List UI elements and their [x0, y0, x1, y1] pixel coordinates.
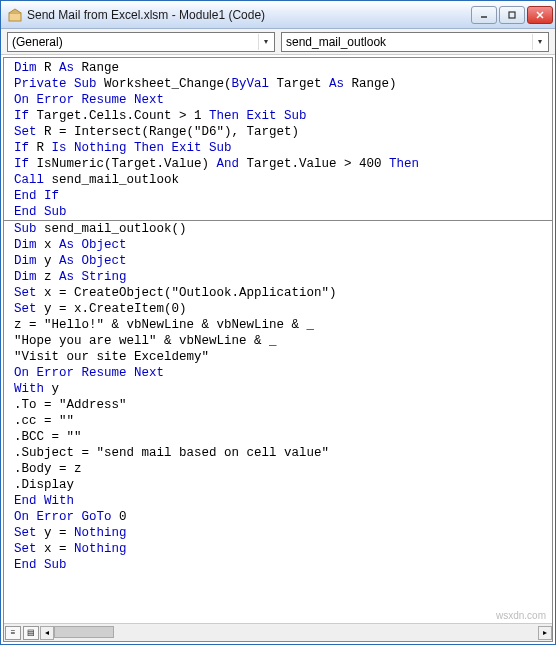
bottom-bar: ≡ ▤ ◂ ▸	[4, 623, 552, 641]
horizontal-scrollbar[interactable]: ◂ ▸	[40, 626, 552, 640]
full-module-view-button[interactable]: ▤	[23, 626, 39, 640]
scroll-track[interactable]	[54, 626, 538, 640]
watermark: wsxdn.com	[496, 610, 546, 621]
toolbar: (General) ▾ send_mail_outlook ▾	[1, 29, 555, 55]
code-content[interactable]: Dim R As Range Private Sub Worksheet_Cha…	[4, 58, 552, 623]
scroll-left-button[interactable]: ◂	[40, 626, 54, 640]
minimize-button[interactable]	[471, 6, 497, 24]
view-buttons: ≡ ▤	[4, 625, 40, 641]
titlebar[interactable]: Send Mail from Excel.xlsm - Module1 (Cod…	[1, 1, 555, 29]
window-buttons	[471, 6, 553, 24]
procedure-view-button[interactable]: ≡	[5, 626, 21, 640]
app-icon	[7, 7, 23, 23]
object-combobox[interactable]: (General) ▾	[7, 32, 275, 52]
code-editor[interactable]: Dim R As Range Private Sub Worksheet_Cha…	[3, 57, 553, 642]
maximize-button[interactable]	[499, 6, 525, 24]
code-window: Send Mail from Excel.xlsm - Module1 (Cod…	[0, 0, 556, 645]
chevron-down-icon: ▾	[532, 34, 546, 50]
scroll-right-button[interactable]: ▸	[538, 626, 552, 640]
svg-rect-0	[9, 13, 21, 21]
scroll-thumb[interactable]	[54, 626, 114, 638]
close-button[interactable]	[527, 6, 553, 24]
chevron-down-icon: ▾	[258, 34, 272, 50]
procedure-combobox[interactable]: send_mail_outlook ▾	[281, 32, 549, 52]
procedure-combo-value: send_mail_outlook	[286, 35, 386, 49]
object-combo-value: (General)	[12, 35, 63, 49]
svg-rect-2	[509, 12, 515, 18]
window-title: Send Mail from Excel.xlsm - Module1 (Cod…	[27, 8, 471, 22]
